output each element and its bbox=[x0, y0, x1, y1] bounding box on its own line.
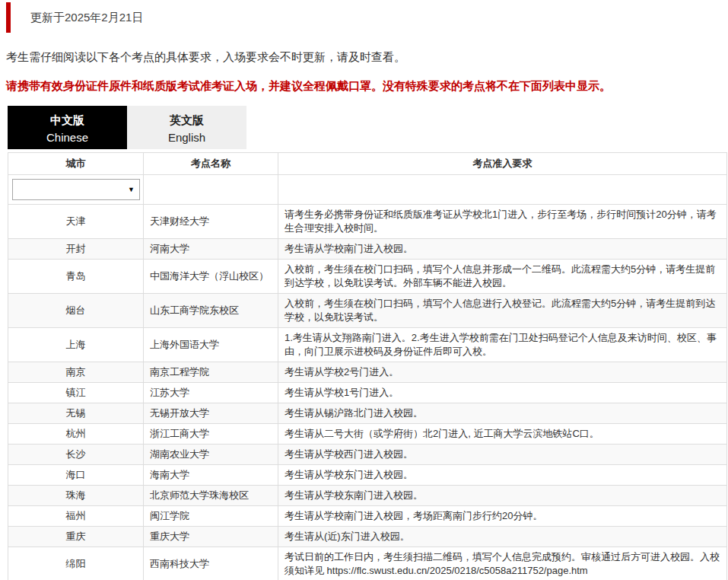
site-cell: 北京师范大学珠海校区 bbox=[144, 486, 278, 506]
city-cell: 烟台 bbox=[8, 294, 144, 328]
tab-english-label-zh: 英文版 bbox=[127, 112, 246, 129]
header-city[interactable]: 城市 bbox=[8, 153, 144, 175]
city-cell: 长沙 bbox=[8, 445, 144, 465]
requirement-cell: 考生请从(近)东门进入校园。 bbox=[278, 527, 727, 547]
requirement-cell: 考生请从学校东门进入校园。 bbox=[278, 465, 727, 486]
table-row: 海口海南大学考生请从学校东门进入校园。 bbox=[8, 465, 727, 486]
table-row: 长沙湖南农业大学考生请从学校西门进入校园。 bbox=[8, 445, 727, 465]
header-requirement[interactable]: 考点准入要求 bbox=[278, 153, 727, 175]
city-cell: 绵阳 bbox=[8, 547, 144, 580]
site-cell: 海南大学 bbox=[144, 465, 278, 486]
city-filter-select[interactable] bbox=[12, 179, 140, 200]
city-filter: ▼ bbox=[12, 179, 140, 200]
city-cell: 珠海 bbox=[8, 486, 144, 506]
table-header-row: 城市 考点名称 考点准入要求 bbox=[8, 153, 727, 175]
city-cell: 南京 bbox=[8, 362, 144, 383]
update-date-header: 更新于2025年2月21日 bbox=[6, 2, 728, 33]
tab-chinese-label-zh: 中文版 bbox=[8, 112, 127, 129]
city-cell: 福州 bbox=[8, 506, 144, 527]
tab-english[interactable]: 英文版 English bbox=[127, 106, 246, 149]
city-cell: 开封 bbox=[8, 239, 144, 260]
requirement-cell: 考试日前的工作日内，考生须扫描二维码，填写个人信息完成预约。审核通过后方可进入校… bbox=[278, 547, 727, 580]
table-row: 杭州浙江工商大学考生请从二号大街（或学府街）北2门进入, 近工商大学云滨地铁站C… bbox=[8, 424, 727, 445]
requirement-cell: 考生请从学校1号门进入。 bbox=[278, 383, 727, 403]
site-cell: 无锡开放大学 bbox=[144, 403, 278, 424]
requirement-cell: 入校前，考生须在校门口扫码，填写个人信息并形成一个二维码。此流程需大约5分钟，请… bbox=[278, 260, 727, 294]
table-row: 青岛中国海洋大学（浮山校区）入校前，考生须在校门口扫码，填写个人信息并形成一个二… bbox=[8, 260, 727, 294]
site-cell: 天津财经大学 bbox=[144, 205, 278, 239]
site-cell: 中国海洋大学（浮山校区） bbox=[144, 260, 278, 294]
test-sites-table: 城市 考点名称 考点准入要求 ▼ 天津天津财经大学请考生务必携带身份证和纸质 bbox=[8, 152, 727, 580]
site-cell: 湖南农业大学 bbox=[144, 445, 278, 465]
intro-paragraph: 考生需仔细阅读以下各个考点的具体要求，入场要求会不时更新，请及时查看。 bbox=[6, 50, 722, 65]
site-cell: 上海外国语大学 bbox=[144, 328, 278, 362]
city-cell: 镇江 bbox=[8, 383, 144, 403]
tab-chinese-label-en: Chinese bbox=[8, 129, 127, 147]
table-row: 珠海北京师范大学珠海校区考生请从学校东南门进入校园。 bbox=[8, 486, 727, 506]
table-row: 上海上海外国语大学1.考生请从文翔路南门进入。2.考生进入学校前需在门卫处扫码登… bbox=[8, 328, 727, 362]
city-cell: 重庆 bbox=[8, 527, 144, 547]
table-row: 重庆重庆大学考生请从(近)东门进入校园。 bbox=[8, 527, 727, 547]
city-cell: 无锡 bbox=[8, 403, 144, 424]
table-row: 福州闽江学院考生请从学校南门进入校园，考场距离南门步行约20分钟。 bbox=[8, 506, 727, 527]
requirement-cell: 考生请从二号大街（或学府街）北2门进入, 近工商大学云滨地铁站C口。 bbox=[278, 424, 727, 445]
table-row: 开封河南大学考生请从学校南门进入校园。 bbox=[8, 239, 727, 260]
requirement-cell: 考生请从学校南门进入校园。 bbox=[278, 239, 727, 260]
city-cell: 海口 bbox=[8, 465, 144, 486]
header-site[interactable]: 考点名称 bbox=[144, 153, 278, 175]
site-cell: 重庆大学 bbox=[144, 527, 278, 547]
site-cell: 南京工程学院 bbox=[144, 362, 278, 383]
table-row: 绵阳西南科技大学考试日前的工作日内，考生须扫描二维码，填写个人信息完成预约。审核… bbox=[8, 547, 727, 580]
table-filter-row: ▼ bbox=[8, 175, 727, 205]
site-cell: 河南大学 bbox=[144, 239, 278, 260]
site-cell: 浙江工商大学 bbox=[144, 424, 278, 445]
tab-english-label-en: English bbox=[127, 129, 246, 147]
requirement-cell: 1.考生请从文翔路南门进入。2.考生进入学校前需在门卫处扫码登记个人信息及来访时… bbox=[278, 328, 727, 362]
site-cell: 山东工商学院东校区 bbox=[144, 294, 278, 328]
requirement-cell: 考生请从学校西门进入校园。 bbox=[278, 445, 727, 465]
city-cell: 青岛 bbox=[8, 260, 144, 294]
language-tabs: 中文版 Chinese 英文版 English bbox=[8, 106, 728, 149]
table-row: 无锡无锡开放大学考生请从锡沪路北门进入校园。 bbox=[8, 403, 727, 424]
site-cell: 闽江学院 bbox=[144, 506, 278, 527]
table-row: 南京南京工程学院考生请从学校2号门进入。 bbox=[8, 362, 727, 383]
site-cell: 西南科技大学 bbox=[144, 547, 278, 580]
table-row: 烟台山东工商学院东校区入校前，考生须在校门口扫码，填写个人信息进行入校登记。此流… bbox=[8, 294, 727, 328]
requirement-cell: 请考生务必携带身份证和纸质版准考证从学校北1门进入，步行至考场，步行时间预计20… bbox=[278, 205, 727, 239]
site-cell: 江苏大学 bbox=[144, 383, 278, 403]
requirement-cell: 考生请从锡沪路北门进入校园。 bbox=[278, 403, 727, 424]
requirement-cell: 入校前，考生须在校门口扫码，填写个人信息进行入校登记。此流程需大约5分钟，请考生… bbox=[278, 294, 727, 328]
city-cell: 天津 bbox=[8, 205, 144, 239]
city-cell: 上海 bbox=[8, 328, 144, 362]
table-row: 天津天津财经大学请考生务必携带身份证和纸质版准考证从学校北1门进入，步行至考场，… bbox=[8, 205, 727, 239]
requirement-cell: 考生请从学校2号门进入。 bbox=[278, 362, 727, 383]
update-date-text: 更新于2025年2月21日 bbox=[30, 11, 143, 24]
tab-chinese[interactable]: 中文版 Chinese bbox=[8, 106, 127, 149]
requirement-cell: 考生请从学校南门进入校园，考场距离南门步行约20分钟。 bbox=[278, 506, 727, 527]
notice-paragraph: 请携带有效身份证件原件和纸质版考试准考证入场，并建议全程佩戴口罩。没有特殊要求的… bbox=[6, 79, 722, 94]
page: 更新于2025年2月21日 考生需仔细阅读以下各个考点的具体要求，入场要求会不时… bbox=[0, 0, 728, 580]
table-row: 镇江江苏大学考生请从学校1号门进入。 bbox=[8, 383, 727, 403]
city-cell: 杭州 bbox=[8, 424, 144, 445]
requirement-cell: 考生请从学校东南门进入校园。 bbox=[278, 486, 727, 506]
